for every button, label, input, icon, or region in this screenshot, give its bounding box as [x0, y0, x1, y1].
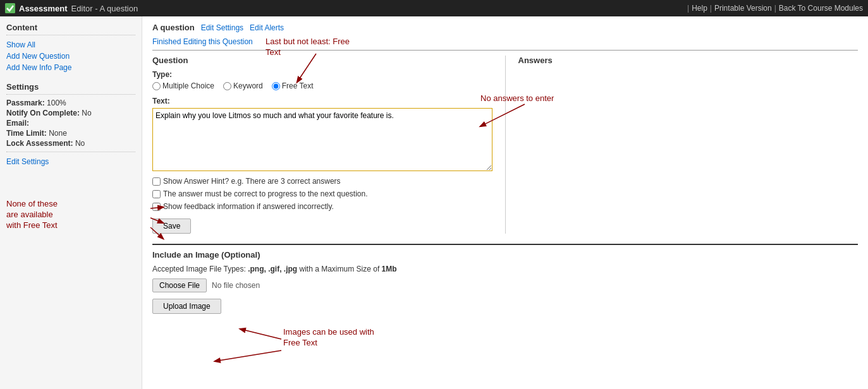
radio-free-text[interactable]: Free Text [272, 81, 314, 90]
add-new-question-link[interactable]: Add New Question [6, 51, 135, 62]
text-field-label: Text: [152, 97, 492, 105]
edit-settings-link[interactable]: Edit Settings [201, 23, 243, 32]
edit-settings-sidebar-link[interactable]: Edit Settings [6, 156, 135, 167]
finished-editing-link[interactable]: Finished Editing this Question [152, 37, 858, 46]
type-row: Type: Multiple Choice Keyword [152, 70, 492, 90]
checkbox-correct-row: The answer must be correct to progress t… [152, 189, 492, 198]
main-content: A question Edit Settings Edit Alerts Fin… [142, 16, 868, 389]
answers-column: Answers [506, 56, 859, 234]
type-label: Type: [152, 70, 492, 79]
accepted-types-text: Accepted Image File Types: .png, .gif, .… [152, 265, 858, 273]
email-row: Email: [6, 119, 135, 128]
content-section-title: Content [6, 23, 135, 35]
image-section-title: Include an Image (Optional) [152, 250, 858, 260]
passmark-row: Passmark: 100% [6, 99, 135, 107]
question-area: Question Type: Multiple Choice Keyword [152, 50, 858, 234]
radio-multiple-choice[interactable]: Multiple Choice [152, 81, 214, 90]
save-button[interactable]: Save [152, 218, 191, 234]
settings-section-title: Settings [6, 82, 135, 95]
checkbox-feedback-row: Show feedback information if answered in… [152, 202, 492, 211]
radio-free-text-input[interactable] [272, 82, 280, 90]
app-sub: Editor - A question [71, 4, 138, 13]
question-col-header: Question [152, 56, 492, 65]
no-file-text: No file chosen [212, 281, 260, 290]
correct-to-progress-label: The answer must be correct to progress t… [163, 189, 368, 198]
image-section: Include an Image (Optional) Accepted Ima… [152, 244, 858, 314]
lock-row: Lock Assessment: No [6, 139, 135, 148]
upload-image-button[interactable]: Upload Image [152, 299, 221, 314]
show-hint-checkbox[interactable] [152, 177, 161, 186]
logo-area: Assessment Editor - A question [5, 3, 687, 13]
answers-col-header: Answers [518, 56, 859, 65]
edit-alerts-link[interactable]: Edit Alerts [250, 23, 284, 32]
add-new-info-page-link[interactable]: Add New Info Page [6, 62, 135, 73]
printable-version-link[interactable]: Printable Version [714, 4, 772, 13]
radio-keyword[interactable]: Keyword [223, 81, 263, 90]
choose-file-button[interactable]: Choose File [152, 278, 207, 292]
show-all-link[interactable]: Show All [6, 39, 135, 51]
question-textarea[interactable]: Explain why you love Litmos so much and … [152, 108, 492, 171]
time-limit-row: Time Limit: None [6, 129, 135, 138]
file-input-row: Choose File No file chosen [152, 278, 858, 292]
top-links: | Help | Printable Version | Back To Cou… [687, 4, 863, 13]
app-name: Assessment [19, 4, 68, 13]
checkbox-hint-row: Show Answer Hint? e.g. There are 3 corre… [152, 177, 492, 186]
back-to-course-modules-link[interactable]: Back To Course Modules [779, 4, 863, 13]
help-link[interactable]: Help [692, 4, 707, 13]
main-header: A question Edit Settings Edit Alerts [152, 23, 858, 32]
svg-rect-0 [5, 3, 15, 13]
show-feedback-checkbox[interactable] [152, 203, 161, 211]
type-radio-group: Multiple Choice Keyword Free Text [152, 81, 492, 90]
app-logo-icon [5, 3, 15, 13]
notify-row: Notify On Complete: No [6, 109, 135, 117]
radio-keyword-input[interactable] [223, 82, 231, 90]
page-title: A question [152, 23, 195, 32]
question-column: Question Type: Multiple Choice Keyword [152, 56, 506, 234]
show-feedback-label: Show feedback information if answered in… [163, 202, 334, 211]
show-hint-label: Show Answer Hint? e.g. There are 3 corre… [163, 177, 341, 186]
sidebar: Content Show All Add New Question Add Ne… [0, 16, 142, 389]
radio-multiple-choice-input[interactable] [152, 82, 161, 90]
correct-to-progress-checkbox[interactable] [152, 190, 161, 198]
